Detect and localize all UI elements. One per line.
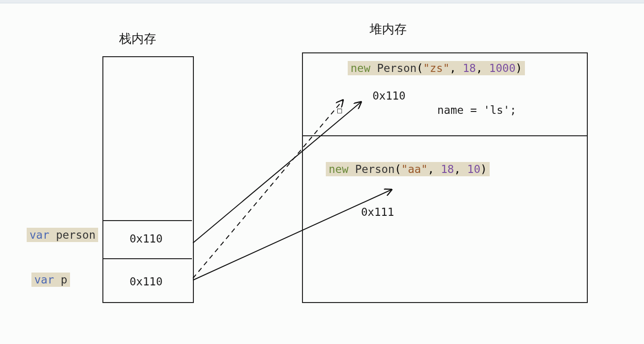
diagram-canvas: 栈内存 堆内存 0x110 0x110 var person var p new… <box>0 0 644 344</box>
class-name: Person <box>355 163 394 175</box>
arg-num: 10 <box>467 163 481 175</box>
class-name: Person <box>377 62 416 74</box>
heap-divider <box>302 135 588 136</box>
stack-title: 栈内存 <box>119 30 156 47</box>
kw-new: new <box>329 163 349 175</box>
stack-divider-2 <box>102 258 192 259</box>
arg-string: "zs" <box>423 62 449 74</box>
var-p-chip: var p <box>31 273 70 287</box>
arg-num: 18 <box>463 62 476 74</box>
stack-slot-2-value: 0x110 <box>130 275 162 288</box>
heap-obj1-mutation: name = 'ls'; <box>437 104 516 116</box>
heap-title: 堆内存 <box>370 21 407 38</box>
arg-num: 18 <box>441 163 454 175</box>
stack-slot-1-value: 0x110 <box>130 233 162 245</box>
stack-divider-1 <box>102 220 192 221</box>
stack-box <box>102 56 194 303</box>
heap-obj2-addr: 0x111 <box>361 206 394 218</box>
var-person-name: person <box>50 229 96 241</box>
heap-box <box>302 52 588 303</box>
var-keyword: var <box>30 229 50 241</box>
heap-obj1-addr: 0x110 <box>372 90 405 102</box>
arg-string: "aa" <box>401 163 427 175</box>
heap-obj2-code: new Person("aa", 18, 10) <box>326 162 490 176</box>
kw-new: new <box>351 62 371 74</box>
handle-glyph: □ <box>337 106 342 115</box>
var-person-chip: var person <box>27 228 98 242</box>
heap-obj1-code: new Person("zs", 18, 1000) <box>348 61 525 75</box>
arg-num: 1000 <box>489 62 515 74</box>
var-keyword: var <box>34 273 54 286</box>
var-p-name: p <box>54 273 68 286</box>
